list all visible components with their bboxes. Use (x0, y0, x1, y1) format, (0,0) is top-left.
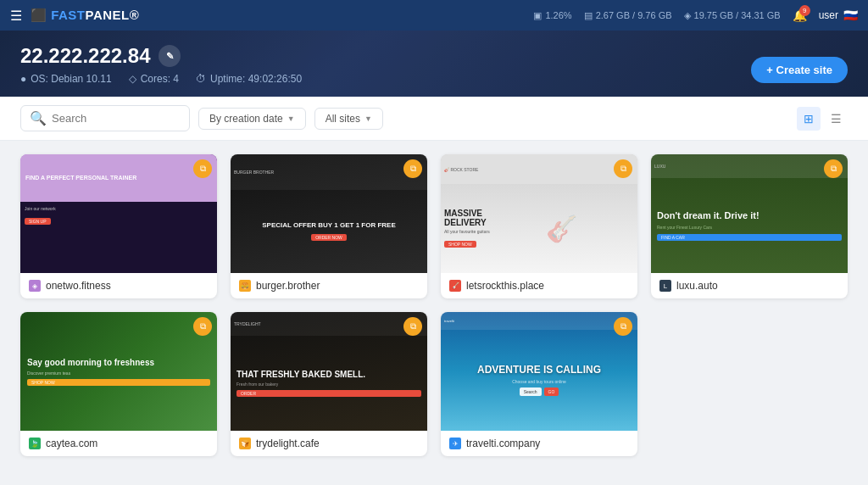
card-footer: 🍔 burger.brother (231, 273, 427, 298)
site-domain: letsrockthis.place (466, 280, 544, 292)
logo: ⬛ FASTPANEL® (31, 8, 139, 23)
server-ip-section: 22.222.222.84 ✎ (20, 44, 848, 68)
site-domain: trydelight.cafe (256, 438, 320, 449)
notification-badge: 9 (799, 5, 810, 16)
card-footer: ✈ travelti.company (441, 431, 637, 456)
site-favicon: 🍞 (239, 438, 251, 449)
copy-icon[interactable]: ⧉ (193, 317, 212, 336)
user-menu[interactable]: user 🇷🇺 (819, 8, 858, 22)
disk-stat: ◈ 19.75 GB / 34.31 GB (684, 10, 781, 21)
grid-view-button[interactable]: ⊞ (797, 107, 821, 131)
edit-ip-button[interactable]: ✎ (159, 45, 181, 67)
site-favicon: ✈ (449, 438, 461, 449)
notifications-bell[interactable]: 🔔 9 (793, 8, 807, 22)
site-favicon: 🍃 (29, 438, 41, 449)
copy-icon[interactable]: ⧉ (403, 159, 422, 178)
uptime-icon: ⏱ (196, 73, 206, 85)
site-domain: travelti.company (466, 438, 540, 449)
card-footer: 🎸 letsrockthis.place (441, 273, 637, 298)
site-card[interactable]: Say good morning to freshness Discover p… (20, 312, 217, 456)
card-footer: L luxu.auto (651, 273, 848, 298)
card-footer: 🍞 trydelight.cafe (231, 431, 427, 456)
list-view-button[interactable]: ☰ (824, 107, 848, 131)
copy-icon[interactable]: ⧉ (193, 159, 212, 178)
uptime-info: ⏱ Uptime: 49:02:26:50 (196, 73, 302, 85)
top-nav: ☰ ⬛ FASTPANEL® ▣ 1.26% ▤ 2.67 GB / 9.76 … (0, 0, 868, 31)
copy-icon[interactable]: ⧉ (403, 317, 422, 336)
card-thumbnail: 🎸 ROCK STORE MASSIVEDELIVERY All your fa… (441, 154, 637, 273)
site-domain: caytea.com (46, 438, 97, 449)
ram-stat: ▤ 2.67 GB / 9.76 GB (584, 10, 672, 21)
copy-icon[interactable]: ⧉ (614, 317, 632, 336)
view-toggle: ⊞ ☰ (797, 107, 848, 131)
all-sites-filter[interactable]: All sites ▼ (314, 108, 383, 130)
card-thumbnail: FIND A PERFECT PERSONAL TRAINER Join our… (20, 154, 217, 273)
create-site-button[interactable]: + Create site (751, 57, 848, 83)
server-meta: ● OS: Debian 10.11 ◇ Cores: 4 ⏱ Uptime: … (20, 73, 848, 85)
site-domain: burger.brother (256, 280, 320, 292)
card-thumbnail: LUXU Don't dream it. Drive it! Rent your… (651, 154, 848, 273)
sites-grid: FIND A PERFECT PERSONAL TRAINER Join our… (0, 141, 868, 470)
toolbar: 🔍 By creation date ▼ All sites ▼ ⊞ ☰ (0, 97, 868, 141)
disk-icon: ◈ (684, 10, 691, 21)
site-card[interactable]: BURGER BROTHER SPECIAL OFFER BUY 1 GET 1… (231, 154, 427, 298)
cores-icon: ◇ (129, 73, 136, 85)
ip-address: 22.222.222.84 (20, 44, 150, 68)
server-header: 22.222.222.84 ✎ ● OS: Debian 10.11 ◇ Cor… (0, 31, 868, 97)
flag-icon: 🇷🇺 (843, 8, 858, 22)
creation-date-filter[interactable]: By creation date ▼ (198, 108, 306, 130)
copy-icon[interactable]: ⧉ (824, 159, 843, 178)
site-card[interactable]: 🎸 ROCK STORE MASSIVEDELIVERY All your fa… (441, 154, 637, 298)
nav-right: ▣ 1.26% ▤ 2.67 GB / 9.76 GB ◈ 19.75 GB /… (533, 8, 858, 22)
os-icon: ● (20, 73, 26, 85)
site-domain: onetwo.fitness (46, 280, 111, 292)
card-thumbnail: travelti ADVENTURE IS CALLING Choose and… (441, 312, 637, 431)
cpu-stat: ▣ 1.26% (533, 10, 571, 21)
cores-info: ◇ Cores: 4 (129, 73, 179, 85)
site-card[interactable]: LUXU Don't dream it. Drive it! Rent your… (651, 154, 848, 298)
card-thumbnail: Say good morning to freshness Discover p… (20, 312, 217, 431)
card-footer: ◈ onetwo.fitness (20, 273, 217, 298)
chevron-down-icon: ▼ (364, 114, 372, 123)
cpu-icon: ▣ (533, 10, 542, 21)
site-card[interactable]: TRYDELIGHT THAT FRESHLY BAKED SMELL. Fre… (231, 312, 427, 456)
hamburger-icon[interactable]: ☰ (10, 8, 22, 24)
site-favicon: ◈ (29, 280, 41, 292)
site-favicon: 🍔 (239, 280, 251, 292)
site-favicon: L (659, 280, 671, 292)
search-box[interactable]: 🔍 (20, 105, 190, 131)
site-card[interactable]: travelti ADVENTURE IS CALLING Choose and… (441, 312, 637, 456)
os-info: ● OS: Debian 10.11 (20, 73, 112, 85)
user-label: user (819, 9, 838, 21)
card-thumbnail: BURGER BROTHER SPECIAL OFFER BUY 1 GET 1… (231, 154, 427, 273)
site-card[interactable]: FIND A PERFECT PERSONAL TRAINER Join our… (20, 154, 217, 298)
card-footer: 🍃 caytea.com (20, 431, 217, 456)
copy-icon[interactable]: ⧉ (614, 159, 632, 178)
chevron-down-icon: ▼ (287, 114, 295, 123)
card-thumbnail: TRYDELIGHT THAT FRESHLY BAKED SMELL. Fre… (231, 312, 427, 431)
site-favicon: 🎸 (449, 280, 461, 292)
search-icon: 🔍 (30, 110, 47, 126)
search-input[interactable] (52, 112, 181, 125)
nav-left: ☰ ⬛ FASTPANEL® (10, 8, 139, 24)
ram-icon: ▤ (584, 10, 593, 21)
site-domain: luxu.auto (676, 280, 718, 292)
